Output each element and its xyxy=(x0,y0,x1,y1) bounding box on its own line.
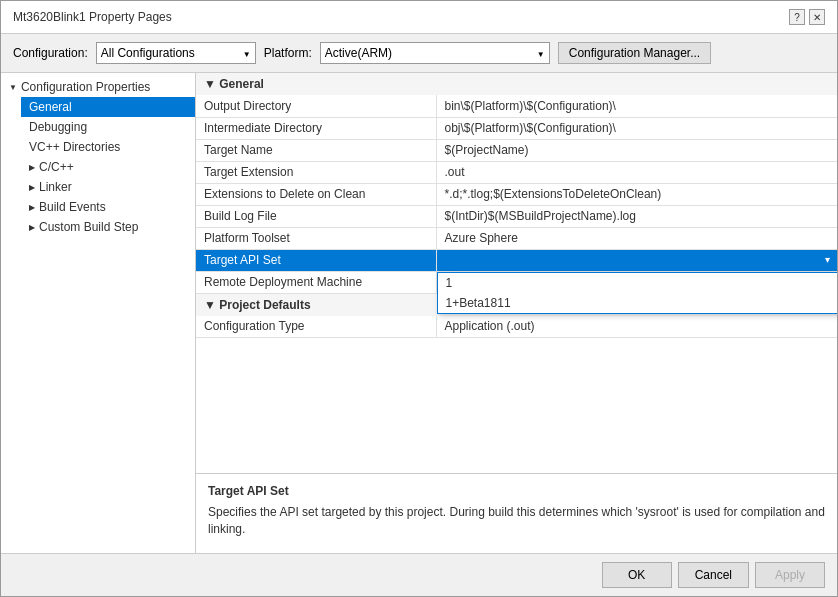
custom-build-step-expand-icon: ▶ xyxy=(29,223,35,232)
sidebar: ▼ Configuration Properties General Debug… xyxy=(1,73,196,553)
main-content: ▼ Configuration Properties General Debug… xyxy=(1,73,837,553)
prop-config-type-value: Application (.out) xyxy=(436,316,837,338)
config-dropdown-arrow xyxy=(243,46,251,60)
config-manager-button[interactable]: Configuration Manager... xyxy=(558,42,711,64)
props-table: ▼ General Output Directory bin\$(Platfor… xyxy=(196,73,837,338)
sidebar-item-vc-directories[interactable]: VC++ Directories xyxy=(21,137,195,157)
table-row[interactable]: Target Name $(ProjectName) xyxy=(196,139,837,161)
props-area: ▼ General Output Directory bin\$(Platfor… xyxy=(196,73,837,473)
table-row[interactable]: Output Directory bin\$(Platform)\$(Confi… xyxy=(196,95,837,117)
sidebar-root[interactable]: ▼ Configuration Properties xyxy=(1,77,195,97)
build-events-expand-icon: ▶ xyxy=(29,203,35,212)
platform-label: Platform: xyxy=(264,46,312,60)
prop-target-name-value: $(ProjectName) xyxy=(436,139,837,161)
linker-expand-icon: ▶ xyxy=(29,183,35,192)
table-row[interactable]: Extensions to Delete on Clean *.d;*.tlog… xyxy=(196,183,837,205)
prop-intermediate-dir-value: obj\$(Platform)\$(Configuration)\ xyxy=(436,117,837,139)
sidebar-item-cpp-label: C/C++ xyxy=(39,160,74,174)
sidebar-item-general[interactable]: General xyxy=(21,97,195,117)
prop-output-dir-name: Output Directory xyxy=(196,95,436,117)
sidebar-item-general-label: General xyxy=(29,100,72,114)
help-button[interactable]: ? xyxy=(789,9,805,25)
configuration-label: Configuration: xyxy=(13,46,88,60)
ok-button[interactable]: OK xyxy=(602,562,672,588)
sidebar-item-linker-label: Linker xyxy=(39,180,72,194)
sidebar-root-label: Configuration Properties xyxy=(21,80,150,94)
configuration-select[interactable]: All Configurations xyxy=(96,42,256,64)
sidebar-item-custom-build-step-label: Custom Build Step xyxy=(39,220,138,234)
platform-dropdown-arrow xyxy=(537,46,545,60)
bottom-bar: OK Cancel Apply xyxy=(1,553,837,596)
prop-target-api-set-name: Target API Set xyxy=(196,249,436,271)
dropdown-chevron-icon: ▾ xyxy=(825,254,830,265)
general-section-label: General xyxy=(219,77,264,91)
table-row[interactable]: Build Log File $(IntDir)$(MSBuildProject… xyxy=(196,205,837,227)
prop-intermediate-dir-name: Intermediate Directory xyxy=(196,117,436,139)
project-defaults-triangle: ▼ xyxy=(204,298,219,312)
table-row[interactable]: Target Extension .out xyxy=(196,161,837,183)
general-section-triangle: ▼ xyxy=(204,77,219,91)
sidebar-item-debugging-label: Debugging xyxy=(29,120,87,134)
table-row[interactable]: Platform Toolset Azure Sphere xyxy=(196,227,837,249)
cancel-button[interactable]: Cancel xyxy=(678,562,749,588)
target-api-set-row[interactable]: Target API Set ▾ 1 xyxy=(196,249,837,271)
prop-extensions-value: *.d;*.tlog;$(ExtensionsToDeleteOnClean) xyxy=(436,183,837,205)
config-bar: Configuration: All Configurations Platfo… xyxy=(1,34,837,73)
dropdown-option-beta[interactable]: 1+Beta1811 xyxy=(438,293,838,313)
props-panel: ▼ General Output Directory bin\$(Platfor… xyxy=(196,73,837,553)
prop-extensions-name: Extensions to Delete on Clean xyxy=(196,183,436,205)
sidebar-item-linker[interactable]: ▶ Linker xyxy=(21,177,195,197)
description-text: Specifies the API set targeted by this p… xyxy=(208,504,825,538)
prop-target-api-set-value[interactable]: ▾ 1 1+Beta1811 xyxy=(436,249,837,271)
sidebar-item-debugging[interactable]: Debugging xyxy=(21,117,195,137)
prop-build-log-name: Build Log File xyxy=(196,205,436,227)
platform-select[interactable]: Active(ARM) xyxy=(320,42,550,64)
title-bar-controls: ? ✕ xyxy=(789,9,825,25)
title-bar: Mt3620Blink1 Property Pages ? ✕ xyxy=(1,1,837,34)
prop-build-log-value: $(IntDir)$(MSBuildProjectName).log xyxy=(436,205,837,227)
description-title: Target API Set xyxy=(208,484,825,498)
sidebar-item-custom-build-step[interactable]: ▶ Custom Build Step xyxy=(21,217,195,237)
prop-target-ext-value: .out xyxy=(436,161,837,183)
project-defaults-label: Project Defaults xyxy=(219,298,310,312)
prop-target-name-name: Target Name xyxy=(196,139,436,161)
sidebar-item-cpp[interactable]: ▶ C/C++ xyxy=(21,157,195,177)
prop-remote-deploy-name: Remote Deployment Machine xyxy=(196,271,436,293)
dropdown-option-1[interactable]: 1 xyxy=(438,273,838,293)
table-row[interactable]: Intermediate Directory obj\$(Platform)\$… xyxy=(196,117,837,139)
sidebar-children: General Debugging VC++ Directories ▶ C/C… xyxy=(1,97,195,237)
prop-target-ext-name: Target Extension xyxy=(196,161,436,183)
description-panel: Target API Set Specifies the API set tar… xyxy=(196,473,837,553)
close-button[interactable]: ✕ xyxy=(809,9,825,25)
sidebar-item-vc-label: VC++ Directories xyxy=(29,140,120,154)
root-expand-icon: ▼ xyxy=(9,83,17,92)
cpp-expand-icon: ▶ xyxy=(29,163,35,172)
table-row[interactable]: Configuration Type Application (.out) xyxy=(196,316,837,338)
prop-output-dir-value: bin\$(Platform)\$(Configuration)\ xyxy=(436,95,837,117)
dialog-title: Mt3620Blink1 Property Pages xyxy=(13,10,172,24)
prop-platform-toolset-name: Platform Toolset xyxy=(196,227,436,249)
prop-config-type-name: Configuration Type xyxy=(196,316,436,338)
prop-platform-toolset-value: Azure Sphere xyxy=(436,227,837,249)
target-api-set-dropdown-button[interactable]: ▾ xyxy=(817,250,837,270)
property-pages-dialog: Mt3620Blink1 Property Pages ? ✕ Configur… xyxy=(0,0,838,597)
sidebar-item-build-events[interactable]: ▶ Build Events xyxy=(21,197,195,217)
apply-button[interactable]: Apply xyxy=(755,562,825,588)
target-api-set-dropdown-popup: 1 1+Beta1811 xyxy=(437,272,838,314)
general-section-header: ▼ General xyxy=(196,73,837,95)
sidebar-item-build-events-label: Build Events xyxy=(39,200,106,214)
